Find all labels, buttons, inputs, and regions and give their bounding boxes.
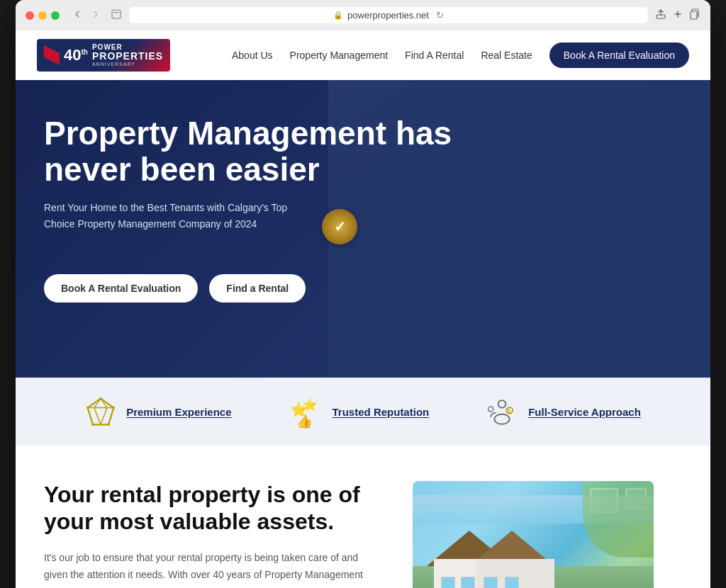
feature-fullservice: $ Full-Service Approach [486,395,641,428]
browser-chrome: 🔒 powerproperties.net ↻ [16,0,710,30]
feature-premium-label[interactable]: Premium Experience [126,406,231,418]
logo-properties: PROPERTIES [92,51,163,62]
svg-point-16 [498,400,506,408]
hero-title: Property Management has never been easie… [44,115,455,187]
content-body: It's our job to ensure that your rental … [44,550,384,584]
nav-property-link[interactable]: Property Management [290,50,389,61]
browser-actions [655,9,700,22]
nav-about-link[interactable]: About Us [232,50,273,61]
traffic-lights [26,11,60,20]
hero-subtitle: Rent Your Home to the Best Tenants with … [44,200,313,232]
svg-point-11 [91,424,94,426]
svg-text:👍: 👍 [296,413,313,429]
svg-marker-5 [88,399,114,425]
hero-section: Property Management has never been easie… [16,80,710,378]
content-title: Your rental property is one of your most… [44,481,384,536]
svg-text:⭐: ⭐ [303,397,318,412]
nav-about[interactable]: About Us [232,49,273,62]
feature-trusted-label[interactable]: Trusted Reputation [333,406,430,418]
svg-point-10 [113,407,116,409]
nav-property[interactable]: Property Management [290,49,389,62]
svg-point-12 [107,424,110,426]
logo-box: 40th POWER PROPERTIES ANNIVERSARY [37,39,170,72]
browser-window: 🔒 powerproperties.net ↻ [16,0,710,588]
nav-realestate[interactable]: Real Estate [481,49,532,62]
nav-cta-item[interactable]: Book A Rental Evaluation [549,49,689,62]
back-button[interactable] [69,8,85,23]
nav-rental[interactable]: Find A Rental [405,49,464,62]
logo-text: POWER PROPERTIES ANNIVERSARY [92,43,163,67]
svg-point-20 [488,407,493,412]
browser-nav [69,8,104,23]
logo-sub: ANNIVERSARY [92,62,163,67]
hero-content: Property Management has never been easie… [44,115,455,303]
copy-button[interactable] [689,9,700,22]
minimize-button[interactable] [38,11,47,20]
forward-button[interactable] [88,8,104,23]
nav-rental-link[interactable]: Find A Rental [405,50,464,61]
diamond-icon [85,396,116,427]
hero-buttons: Book A Rental Evaluation Find a Rental [44,274,455,303]
features-bar: Premium Experience ⭐ ⭐ 👍 Trusted Reputat… [16,378,710,446]
feature-premium: Premium Experience [85,396,231,427]
logo: 40th POWER PROPERTIES ANNIVERSARY [37,39,170,72]
content-image [413,481,654,588]
content-text: Your rental property is one of your most… [44,481,384,583]
lock-icon: 🔒 [333,11,343,20]
close-button[interactable] [26,11,34,20]
svg-point-9 [86,407,89,409]
share-button[interactable] [655,9,666,22]
content-section: Your rental property is one of your most… [16,446,710,588]
svg-rect-0 [112,10,121,18]
svg-rect-1 [113,12,119,13]
hero-book-button[interactable]: Book A Rental Evaluation [44,274,198,303]
logo-superscript: th [81,48,87,56]
service-icon: $ [486,395,518,428]
hero-find-button[interactable]: Find a Rental [209,274,306,303]
hero-subtitle-row: Rent Your Home to the Best Tenants with … [44,200,455,253]
nav-cta-button[interactable]: Book A Rental Evaluation [549,43,689,68]
website: 40th POWER PROPERTIES ANNIVERSARY About … [16,30,710,588]
svg-point-8 [99,397,102,400]
svg-rect-4 [691,11,697,19]
url-text: powerproperties.net [347,10,429,21]
nav-links: About Us Property Management Find A Rent… [232,49,689,62]
new-tab-button[interactable] [672,9,683,22]
window-icon[interactable] [111,9,122,22]
feature-fullservice-label[interactable]: Full-Service Approach [528,406,641,418]
nav-realestate-link[interactable]: Real Estate [481,50,532,61]
svg-text:$: $ [507,407,510,414]
logo-anniversary-number: 40th [64,47,88,63]
trust-badge [322,209,357,244]
maximize-button[interactable] [51,11,60,20]
navbar: 40th POWER PROPERTIES ANNIVERSARY About … [16,30,710,80]
svg-point-17 [495,414,510,424]
feature-trusted: ⭐ ⭐ 👍 Trusted Reputation [289,395,430,429]
address-bar[interactable]: 🔒 powerproperties.net ↻ [129,7,648,23]
refresh-button[interactable]: ↻ [436,10,444,21]
stars-thumbsup-icon: ⭐ ⭐ 👍 [289,395,323,429]
